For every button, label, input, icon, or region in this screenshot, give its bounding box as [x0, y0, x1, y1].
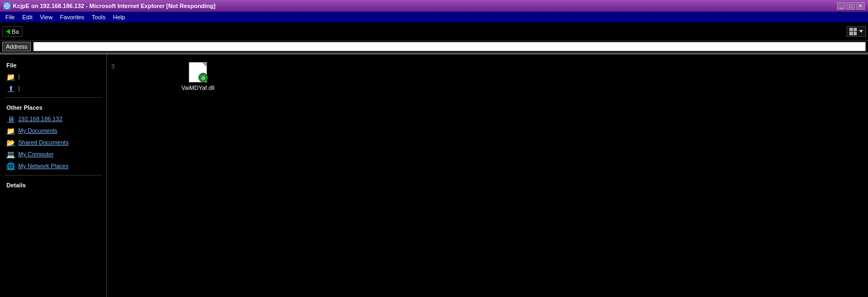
file-name: VaiMDYaf.dll: [181, 85, 214, 91]
back-button[interactable]: Ba: [2, 26, 22, 37]
back-label: Ba: [12, 28, 19, 35]
file-overlay-icon: ⚙: [198, 73, 208, 82]
sidebar-file-1-label: |: [18, 73, 20, 80]
address-label[interactable]: Address: [2, 42, 31, 51]
menu-file[interactable]: File: [2, 13, 18, 21]
ie-icon: [3, 2, 11, 10]
sidebar-item-file-2[interactable]: ⬆ |: [0, 82, 106, 94]
sidebar-item-shared-documents[interactable]: 📂 Shared Documents: [0, 136, 106, 148]
grid-view-icon: [849, 28, 857, 35]
dll-file-icon: ⚙: [188, 62, 208, 82]
my-documents-icon: 📁: [6, 126, 15, 135]
sidebar-item-my-computer[interactable]: 💻 My Computer: [0, 148, 106, 160]
sidebar-item-ip[interactable]: 🖥 192.168.186.132: [0, 113, 106, 125]
menu-favorites[interactable]: Favorites: [57, 13, 87, 21]
close-button[interactable]: ✕: [856, 2, 865, 10]
sidebar-my-computer-label: My Computer: [18, 151, 53, 157]
partial-label: 3: [111, 63, 114, 70]
sidebar: File 📁 | ⬆ | Other Places 🖥 192.168.186.…: [0, 55, 107, 297]
toolbar: Ba: [0, 22, 868, 41]
file-item-vaimdyaf[interactable]: ⚙ VaiMDYaf.dll: [176, 60, 219, 93]
sidebar-shared-documents-label: Shared Documents: [18, 139, 68, 146]
sidebar-divider-1: [4, 97, 102, 98]
sidebar-item-file-1[interactable]: 📁 |: [0, 71, 106, 82]
content-area: 3 ⚙ VaiMDYaf.dll: [107, 55, 868, 297]
sidebar-ip-label: 192.168.186.132: [18, 116, 63, 122]
back-arrow-icon: [6, 29, 10, 34]
window-controls[interactable]: _ □ ✕: [837, 2, 865, 10]
window-title: KcjpE on 192.168.186.132 - Microsoft Int…: [13, 3, 216, 9]
other-places-section-title: Other Places: [0, 101, 106, 113]
menu-view[interactable]: View: [37, 13, 56, 21]
maximize-button[interactable]: □: [847, 2, 855, 10]
sidebar-item-network-places[interactable]: 🌐 My Network Places: [0, 160, 106, 172]
title-bar: KcjpE on 192.168.186.132 - Microsoft Int…: [0, 0, 868, 12]
my-computer-icon: 💻: [6, 150, 15, 158]
remote-computer-icon: 🖥: [6, 115, 15, 123]
sidebar-item-my-documents[interactable]: 📁 My Documents: [0, 125, 106, 136]
menu-tools[interactable]: Tools: [89, 13, 109, 21]
address-input[interactable]: [33, 42, 866, 51]
sidebar-divider-2: [4, 175, 102, 176]
view-toggle-button[interactable]: [847, 26, 866, 37]
address-bar: Address: [0, 41, 868, 54]
folder-yellow-icon: 📁: [6, 72, 15, 81]
shared-folder-icon: 📂: [6, 138, 15, 147]
network-places-icon: 🌐: [6, 162, 15, 170]
minimize-button[interactable]: _: [837, 2, 846, 10]
upload-icon: ⬆: [6, 84, 15, 93]
svg-text:⚙: ⚙: [201, 75, 205, 81]
sidebar-my-documents-label: My Documents: [18, 127, 57, 134]
menu-bar: File Edit View Favorites Tools Help: [0, 12, 868, 22]
main-layout: File 📁 | ⬆ | Other Places 🖥 192.168.186.…: [0, 55, 868, 297]
sidebar-network-places-label: My Network Places: [18, 163, 68, 169]
menu-help[interactable]: Help: [110, 13, 128, 21]
details-section-title: Details: [0, 179, 106, 191]
menu-edit[interactable]: Edit: [19, 13, 36, 21]
view-dropdown-arrow-icon: [859, 30, 863, 33]
sidebar-file-2-label: |: [18, 85, 20, 92]
file-section-title: File: [0, 59, 106, 71]
